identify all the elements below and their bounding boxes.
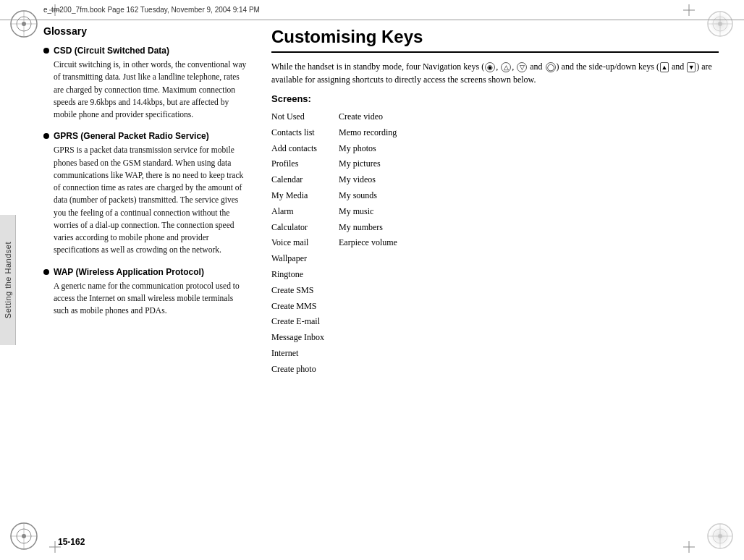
glossary-item-csd: CSD (Circuit Switched Data) Circuit swit… [43,46,250,121]
glossary-item-wap-title: WAP (Wireless Application Protocol) [43,267,250,277]
nav-key-1: ◉ [485,62,495,72]
screen-item: Calendar [271,173,324,187]
screen-item: My numbers [339,221,397,235]
glossary-title: Glossary [43,25,250,37]
nav-key-2: △ [501,62,511,72]
section-divider [271,51,719,53]
screens-col-right: Create videoMemo recordingMy photosMy pi… [339,110,397,377]
bullet-wap [43,269,49,275]
side-key-up: ▲ [660,62,669,72]
screen-item: Voice mail [271,236,324,250]
screen-item: Wallpaper [271,252,324,266]
page-number: 15-162 [58,537,85,547]
screens-col-left: Not UsedContacts listAdd contactsProfile… [271,110,324,377]
screens-label: Screens: [271,93,719,104]
side-tab: Setting the Handset [0,215,16,345]
screen-item: Alarm [271,205,324,219]
bullet-gprs [43,133,49,139]
screen-item: My photos [339,142,397,156]
screens-columns: Not UsedContacts listAdd contactsProfile… [271,110,719,377]
glossary-item-gprs: GPRS (General Packet Radio Service) GPRS… [43,131,250,256]
screen-item: Earpiece volume [339,236,397,250]
screen-item: My videos [339,173,397,187]
glossary-item-csd-body: Circuit switching is, in other words, th… [43,59,250,121]
screen-item: Create video [339,110,397,124]
screen-item: My music [339,205,397,219]
screen-item: Contacts list [271,126,324,140]
nav-key-3: ▽ [517,62,527,72]
side-key-down: ▼ [687,62,696,72]
crosshair-bottom-right [683,541,695,556]
screen-item: Create photo [271,362,324,377]
screen-item: My Media [271,189,324,203]
screen-item: My sounds [339,189,397,203]
top-bar-text: e_tm200_7fm.book Page 162 Tuesday, Novem… [43,6,260,14]
section-intro: While the handset is in standby mode, fo… [271,60,719,86]
top-bar: e_tm200_7fm.book Page 162 Tuesday, Novem… [0,0,744,20]
screen-item: Create E-mail [271,315,324,329]
glossary-item-wap: WAP (Wireless Application Protocol) A ge… [43,267,250,318]
section-title: Customising Keys [271,27,719,47]
nav-key-4: ◯ [546,62,556,72]
screen-item: Message Inbox [271,331,324,345]
side-tab-label: Setting the Handset [4,242,12,318]
screen-item: Ringtone [271,268,324,282]
glossary-item-gprs-title: GPRS (General Packet Radio Service) [43,131,250,141]
screen-item: Create SMS [271,284,324,298]
content-area: Glossary CSD (Circuit Switched Data) Cir… [25,25,719,535]
bullet-csd [43,48,49,54]
glossary-item-wap-body: A generic name for the communication pro… [43,280,250,318]
screen-item: Calculator [271,221,324,235]
glossary-item-gprs-body: GPRS is a packet data transmission servi… [43,144,250,256]
screen-item: Internet [271,347,324,361]
screen-item: Profiles [271,157,324,171]
glossary-item-csd-title: CSD (Circuit Switched Data) [43,46,250,56]
screen-item: My pictures [339,157,397,171]
glossary-column: Glossary CSD (Circuit Switched Data) Cir… [25,25,250,535]
screen-item: Add contacts [271,142,324,156]
screen-item: Create MMS [271,300,324,314]
customising-keys-column: Customising Keys While the handset is in… [271,25,719,535]
screen-item: Not Used [271,110,324,124]
screen-item: Memo recording [339,126,397,140]
